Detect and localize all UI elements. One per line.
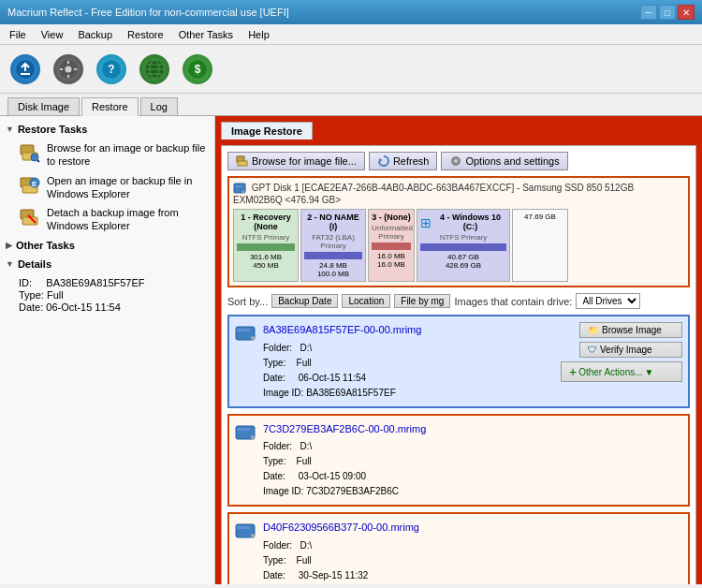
partition-4[interactable]: ⊞ 4 - Windows 10 (C:) NTFS Primary 40.67… (417, 209, 510, 282)
globe-icon (139, 54, 169, 84)
menu-restore[interactable]: Restore (122, 27, 169, 42)
image-restore-tab[interactable]: Image Restore (221, 122, 313, 140)
restore-tasks-header[interactable]: ▼ Restore Tasks (0, 120, 214, 139)
menu-bar: File View Backup Restore Other Tasks Hel… (0, 24, 702, 45)
svg-point-39 (251, 435, 255, 439)
restore-tasks-label: Restore Tasks (18, 124, 87, 135)
file-by-mg-sort-btn[interactable]: File by mg (394, 294, 450, 308)
verify-image-btn[interactable]: 🛡 Verify Image (579, 342, 682, 358)
browse-icon (236, 154, 249, 168)
backup-toolbar-btn[interactable] (7, 51, 43, 87)
detach-image-item[interactable]: Detach a backup image from Windows Explo… (0, 203, 214, 236)
details-type-row: Type: Full (19, 289, 207, 301)
partition-1[interactable]: 1 - Recovery (None NTFS Primary 301.6 MB… (233, 209, 299, 282)
toolbar: ? $ (0, 45, 702, 94)
details-id-value: BA38E69A815F57EF (46, 277, 144, 288)
tab-restore[interactable]: Restore (81, 97, 139, 116)
image-1-details: 7C3D279EB3AF2B6C-00-00.mrimg Folder: D:\… (263, 421, 426, 500)
image-2-folder: Folder: D:\ (263, 538, 419, 553)
refresh-icon (377, 154, 390, 168)
verify-image-label: Verify Image (600, 345, 652, 355)
partition-5: 47.69 GB (512, 209, 568, 282)
details-section: ID: BA38E69A815F57EF Type: Full Date: 06… (0, 273, 214, 317)
details-id-label: ID: (19, 277, 43, 288)
browse-image-action-btn[interactable]: 📁 Browse Image (579, 322, 682, 338)
partition-3[interactable]: 3 - (None) Unformatted Primary 16.0 MB16… (368, 209, 415, 282)
svg-rect-34 (235, 185, 242, 187)
image-2-id: Image ID: D40F62309566B377 (263, 583, 419, 584)
sort-by-label: Sort by... (227, 296, 268, 307)
open-image-icon: E (19, 174, 41, 197)
partition-3-name: 3 - (None) (372, 213, 411, 222)
partition-3-size: 16.0 MB16.0 MB (372, 252, 411, 269)
image-1-name[interactable]: 7C3D279EB3AF2B6C-00-00.mrimg (263, 421, 426, 438)
menu-help[interactable]: Help (242, 27, 275, 42)
restore-tasks-arrow: ▼ (6, 125, 14, 134)
svg-point-36 (251, 336, 255, 340)
image-0-name[interactable]: 8A38E69A815F57EF-00-00.mrimg (263, 322, 421, 339)
image-1-id: Image ID: 7C3D279EB3AF2B6C (263, 484, 426, 499)
refresh-btn[interactable]: Refresh (369, 152, 438, 170)
browse-image-btn[interactable]: Browse for image file... (227, 152, 365, 170)
image-2-date: Date: 30-Sep-15 11:32 (263, 568, 419, 583)
disk-display: GPT Disk 1 [ECAE2EA7-266B-4AB0-ABDC-663B… (227, 176, 690, 287)
svg-text:E: E (32, 180, 37, 188)
content-area: ▼ Restore Tasks Browse for an image or b… (0, 116, 702, 584)
svg-line-19 (37, 160, 39, 162)
image-0-date: Date: 06-Oct-15 11:54 (263, 371, 421, 386)
svg-rect-28 (238, 161, 247, 166)
drive-select[interactable]: All Drives (576, 293, 640, 309)
partition-1-bar (237, 243, 295, 251)
image-0-folder: Folder: D:\ (263, 341, 421, 356)
image-0-actions: 📁 Browse Image 🛡 Verify Image + Other Ac… (561, 322, 682, 401)
open-image-text: Open an image or backup file in Windows … (47, 174, 207, 201)
partition-2[interactable]: 2 - NO NAME (I) FAT32 (LBA) Primary 24.8… (300, 209, 366, 282)
details-header[interactable]: ▼ Details (0, 255, 214, 273)
tab-disk-image[interactable]: Disk Image (7, 97, 80, 115)
options-icon (449, 154, 462, 168)
close-btn[interactable]: ✕ (678, 5, 695, 20)
browse-image-text: Browse for an image or backup file to re… (47, 141, 207, 169)
svg-point-33 (242, 191, 245, 194)
browse-image-action-label: Browse Image (602, 325, 662, 335)
location-sort-btn[interactable]: Location (342, 294, 390, 308)
details-type-label: Type: (19, 289, 47, 301)
svg-point-31 (454, 159, 458, 163)
details-date-row: Date: 06-Oct-15 11:54 (19, 301, 207, 313)
image-1-hdd-icon (235, 423, 257, 446)
partition-2-size: 24.8 MB100.0 MB (304, 261, 362, 278)
partition-3-bar (372, 243, 411, 250)
window-controls: ─ □ ✕ (640, 5, 695, 20)
menu-backup[interactable]: Backup (72, 27, 118, 42)
help-toolbar-btn[interactable]: ? (94, 51, 129, 87)
image-2-details: D40F62309566B377-00-00.mrimg Folder: D:\… (263, 520, 419, 584)
image-0-type: Type: Full (263, 356, 421, 371)
other-tasks-header[interactable]: ▶ Other Tasks (0, 236, 214, 255)
svg-marker-29 (379, 158, 383, 162)
right-content: Browse for image file... Refresh Options… (221, 145, 696, 584)
image-1-folder: Folder: D:\ (263, 439, 426, 454)
partition-4-bar (420, 243, 506, 251)
right-panel: Image Restore Browse for image file... (215, 116, 702, 584)
svg-rect-40 (237, 428, 250, 431)
backup-date-sort-btn[interactable]: Backup Date (271, 294, 338, 308)
browse-image-item[interactable]: Browse for an image or backup file to re… (0, 139, 214, 171)
disk-toolbar: Browse for image file... Refresh Options… (227, 152, 690, 170)
maximize-btn[interactable]: □ (659, 5, 676, 20)
options-btn[interactable]: Options and settings (441, 152, 567, 170)
disk-header: GPT Disk 1 [ECAE2EA7-266B-4AB0-ABDC-663B… (233, 182, 684, 205)
menu-file[interactable]: File (4, 27, 32, 42)
settings-toolbar-btn[interactable] (51, 51, 86, 87)
tab-log[interactable]: Log (140, 97, 178, 115)
minimize-btn[interactable]: ─ (640, 5, 657, 20)
details-date-label: Date: (19, 301, 46, 313)
other-tasks-arrow: ▶ (6, 241, 12, 250)
globe-toolbar-btn[interactable] (137, 51, 172, 87)
menu-view[interactable]: View (36, 27, 69, 42)
open-image-item[interactable]: E Open an image or backup file in Window… (0, 171, 214, 204)
disk-partitions: 1 - Recovery (None NTFS Primary 301.6 MB… (233, 209, 684, 282)
other-actions-btn[interactable]: + Other Actions... ▼ (561, 361, 682, 382)
menu-other-tasks[interactable]: Other Tasks (173, 27, 240, 42)
donate-toolbar-btn[interactable]: $ (180, 51, 215, 87)
image-2-name[interactable]: D40F62309566B377-00-00.mrimg (263, 520, 419, 537)
